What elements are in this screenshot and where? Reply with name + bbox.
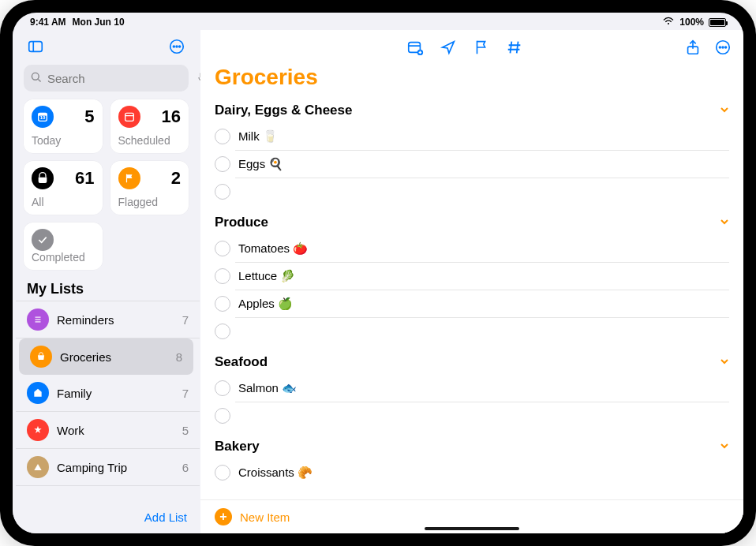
section-name: Dairy, Eggs & Cheese bbox=[215, 103, 352, 118]
section-bakery: BakeryCroissants 🥐 bbox=[215, 434, 729, 486]
flagged-icon bbox=[118, 167, 140, 189]
svg-rect-14 bbox=[125, 113, 133, 121]
search-icon bbox=[30, 71, 43, 86]
smart-today[interactable]: 105Today bbox=[24, 99, 103, 153]
section-name: Bakery bbox=[215, 439, 260, 454]
home-indicator[interactable] bbox=[425, 527, 519, 530]
list-name: Work bbox=[57, 424, 182, 437]
search-input[interactable] bbox=[47, 72, 197, 85]
svg-point-0 bbox=[668, 22, 669, 24]
share-icon[interactable] bbox=[683, 38, 702, 57]
smart-label: All bbox=[32, 196, 95, 208]
complete-circle[interactable] bbox=[215, 156, 230, 172]
status-bar: 9:41 AM Mon Jun 10 100% bbox=[13, 13, 743, 30]
list-icon bbox=[30, 346, 52, 368]
reminder-text: Salmon 🐟 bbox=[238, 381, 297, 395]
svg-point-7 bbox=[32, 73, 39, 80]
today-icon: 10 bbox=[32, 106, 54, 128]
complete-circle[interactable] bbox=[215, 129, 230, 144]
ipad-frame: 9:41 AM Mon Jun 10 100% ••• bbox=[0, 0, 756, 546]
smart-label: Flagged bbox=[118, 196, 182, 208]
status-date: Mon Jun 10 bbox=[73, 17, 125, 28]
completed-icon bbox=[32, 229, 54, 251]
chevron-down-icon[interactable] bbox=[720, 216, 729, 229]
smart-label: Today bbox=[32, 134, 95, 147]
svg-line-8 bbox=[38, 79, 40, 81]
reminder-item-empty[interactable]: . bbox=[235, 402, 729, 429]
flag-icon[interactable] bbox=[472, 38, 491, 57]
list-icon bbox=[27, 382, 49, 404]
complete-circle[interactable] bbox=[215, 380, 230, 396]
chevron-down-icon[interactable] bbox=[720, 356, 729, 368]
toggle-sidebar-button[interactable] bbox=[24, 35, 47, 58]
complete-circle[interactable] bbox=[215, 184, 230, 200]
smart-count: 2 bbox=[171, 170, 181, 187]
list-row-work[interactable]: Work5 bbox=[16, 412, 200, 449]
complete-circle[interactable] bbox=[215, 296, 230, 312]
all-icon bbox=[32, 167, 54, 189]
list-name: Family bbox=[57, 387, 182, 400]
main-toolbar bbox=[200, 30, 743, 62]
svg-point-5 bbox=[176, 46, 178, 47]
reminder-item[interactable]: Croissants 🥐 bbox=[235, 459, 729, 486]
reminder-item[interactable]: Milk 🥛 bbox=[235, 123, 729, 151]
section-header[interactable]: Dairy, Eggs & Cheese bbox=[215, 98, 729, 123]
tag-icon[interactable] bbox=[505, 38, 524, 57]
complete-circle[interactable] bbox=[215, 465, 230, 481]
reminder-item-empty[interactable]: . bbox=[235, 178, 729, 205]
chevron-down-icon[interactable] bbox=[720, 440, 729, 453]
reminder-text: Eggs 🍳 bbox=[238, 157, 283, 171]
reminder-item-empty[interactable]: . bbox=[235, 318, 729, 345]
section-dairy-eggs-cheese: Dairy, Eggs & CheeseMilk 🥛Eggs 🍳. bbox=[215, 98, 729, 205]
list-row-camping-trip[interactable]: Camping Trip6 bbox=[16, 449, 200, 486]
section-header[interactable]: Bakery bbox=[215, 434, 729, 459]
list-row-groceries[interactable]: Groceries8 bbox=[19, 338, 193, 375]
chevron-down-icon[interactable] bbox=[720, 104, 729, 117]
list-icon bbox=[27, 419, 49, 441]
svg-point-35 bbox=[725, 47, 727, 48]
smart-all[interactable]: 61All bbox=[24, 161, 103, 215]
reminder-text: Croissants 🥐 bbox=[238, 466, 313, 480]
reminder-text: Apples 🍏 bbox=[238, 297, 293, 311]
list-count: 5 bbox=[182, 424, 189, 437]
reminder-item[interactable]: Salmon 🐟 bbox=[235, 375, 729, 402]
svg-line-27 bbox=[511, 42, 512, 54]
smart-label: Scheduled bbox=[118, 134, 182, 147]
reminder-text: . bbox=[238, 185, 241, 199]
list-row-reminders[interactable]: Reminders7 bbox=[16, 301, 200, 338]
list-row-family[interactable]: Family7 bbox=[16, 375, 200, 412]
search-field[interactable] bbox=[24, 65, 189, 92]
complete-circle[interactable] bbox=[215, 268, 230, 284]
svg-point-33 bbox=[719, 47, 720, 48]
svg-text:10: 10 bbox=[40, 115, 46, 120]
reminder-item[interactable]: Lettuce 🥬 bbox=[235, 263, 729, 290]
reminder-item[interactable]: Tomatoes 🍅 bbox=[235, 235, 729, 263]
section-name: Produce bbox=[215, 215, 268, 230]
smart-count: 61 bbox=[75, 170, 94, 187]
complete-circle[interactable] bbox=[215, 241, 230, 256]
sidebar: 105Today16Scheduled61All2FlaggedComplete… bbox=[13, 30, 200, 533]
more-icon[interactable] bbox=[713, 38, 732, 57]
battery-icon bbox=[709, 18, 726, 27]
svg-marker-19 bbox=[34, 426, 41, 433]
smart-count: 5 bbox=[84, 108, 94, 125]
section-header[interactable]: Seafood bbox=[215, 350, 729, 375]
list-count: 7 bbox=[182, 313, 189, 327]
plus-icon: + bbox=[215, 508, 232, 525]
scheduled-icon bbox=[118, 106, 140, 128]
smart-flagged[interactable]: 2Flagged bbox=[110, 161, 189, 215]
section-header[interactable]: Produce bbox=[215, 210, 729, 235]
section-seafood: SeafoodSalmon 🐟. bbox=[215, 350, 729, 429]
calendar-add-icon[interactable] bbox=[406, 38, 425, 57]
complete-circle[interactable] bbox=[215, 408, 230, 424]
reminder-item[interactable]: Apples 🍏 bbox=[235, 290, 729, 318]
add-list-button[interactable]: Add List bbox=[144, 510, 187, 524]
more-button[interactable] bbox=[165, 35, 189, 58]
location-icon[interactable] bbox=[439, 38, 458, 57]
reminder-text: . bbox=[238, 410, 241, 423]
reminder-item[interactable]: Eggs 🍳 bbox=[235, 151, 729, 178]
smart-completed[interactable]: Completed bbox=[24, 223, 103, 270]
smart-scheduled[interactable]: 16Scheduled bbox=[110, 99, 189, 153]
complete-circle[interactable] bbox=[215, 323, 230, 339]
list-name: Reminders bbox=[57, 313, 182, 327]
